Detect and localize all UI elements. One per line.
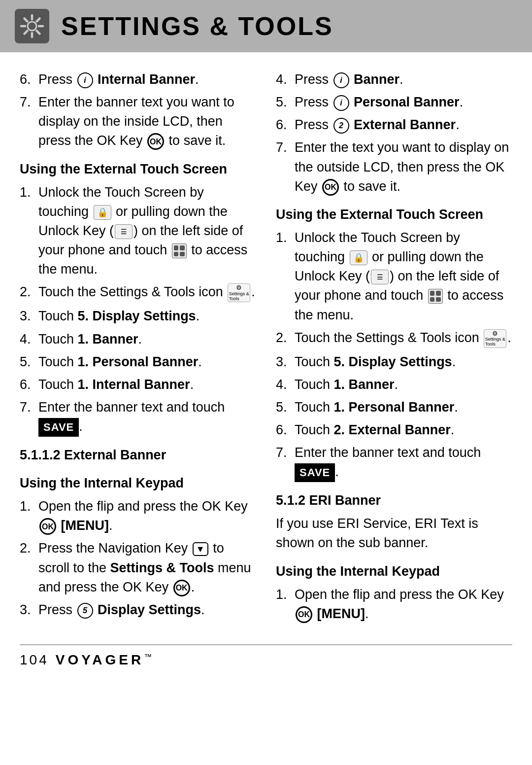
page-number: 104: [20, 652, 49, 668]
ok-key-icon: OK: [39, 518, 56, 535]
right-column: 4. Press i Banner. 5. Press i Personal B…: [276, 67, 512, 629]
save-button-label: SAVE: [38, 418, 79, 437]
list-item: 2. Touch the Settings & Tools icon ⚙Sett…: [20, 282, 256, 303]
list-item: 5. Press i Personal Banner.: [276, 93, 512, 112]
list-item: 7. Enter the banner text you want to dis…: [20, 93, 256, 150]
list-item: 6. Press i Internal Banner.: [20, 70, 256, 89]
trademark-symbol: ™: [144, 653, 155, 661]
list-item: 2. Press the Navigation Key ▼ to scroll …: [20, 539, 256, 596]
ok-key-icon-r: OK: [322, 179, 339, 196]
list-item: 3. Touch 5. Display Settings.: [20, 307, 256, 326]
using-external-heading-left: Using the External Touch Screen: [20, 160, 256, 179]
list-item: 1. Unlock the Touch Screen by touching 🔒…: [276, 228, 512, 325]
svg-line-7: [37, 19, 40, 22]
eri-banner-heading: 5.1.2 ERI Banner: [276, 491, 512, 510]
page-title: SETTINGS & TOOLS: [61, 11, 333, 41]
list-item: 6. Touch 1. Internal Banner.: [20, 375, 256, 394]
svg-point-0: [28, 22, 36, 31]
numkey-1-icon: i: [77, 72, 93, 88]
page-footer: 104 VOYAGER™: [0, 645, 532, 675]
list-item: 7. Enter the banner text and touch SAVE.: [20, 398, 256, 437]
list-item: 3. Touch 5. Display Settings.: [276, 352, 512, 372]
list-item: 5. Touch 1. Personal Banner.: [276, 398, 512, 417]
settings-tools-icon: ⚙Settings &Tools: [228, 283, 250, 302]
svg-line-8: [25, 31, 28, 34]
numkey-2-icon-r: 2: [333, 118, 349, 134]
list-item: 2. Touch the Settings & Tools icon ⚙Sett…: [276, 328, 512, 349]
intro-list: 6. Press i Internal Banner. 7. Enter the…: [20, 70, 256, 151]
list-item: 1. Open the flip and press the OK Key OK…: [20, 497, 256, 535]
right-top-list: 4. Press i Banner. 5. Press i Personal B…: [276, 70, 512, 196]
ok-key-icon-2: OK: [173, 580, 190, 596]
list-item: 1. Unlock the Touch Screen by touching 🔒…: [20, 183, 256, 279]
grid-icon: [172, 243, 187, 258]
list-item: 4. Touch 1. Banner.: [20, 330, 256, 349]
svg-line-5: [25, 19, 28, 22]
save-button-label-r: SAVE: [295, 463, 335, 482]
internal-keypad-list-left: 1. Open the flip and press the OK Key OK…: [20, 497, 256, 620]
gear-icon: [15, 9, 49, 43]
page-header: SETTINGS & TOOLS: [0, 0, 532, 52]
external-touch-list-right: 1. Unlock the Touch Screen by touching 🔒…: [276, 228, 512, 482]
list-item: 1. Open the flip and press the OK Key OK…: [276, 585, 512, 624]
lock-icon-r: 🔒: [350, 250, 367, 265]
list-item: 6. Press 2 External Banner.: [276, 115, 512, 135]
list-item: 4. Touch 1. Banner.: [276, 375, 512, 394]
list-item: 4. Press i Banner.: [276, 70, 512, 89]
list-item: 5. Touch 1. Personal Banner.: [20, 352, 256, 372]
external-touch-list-left: 1. Unlock the Touch Screen by touching 🔒…: [20, 183, 256, 437]
menu-lines-icon: ☰: [115, 224, 133, 239]
svg-line-6: [37, 31, 40, 34]
lock-icon: 🔒: [94, 205, 111, 220]
list-item: 6. Touch 2. External Banner.: [276, 420, 512, 440]
ext-banner-heading: 5.1.1.2 External Banner: [20, 446, 256, 465]
grid-icon-r: [428, 289, 443, 304]
internal-keypad-heading-left: Using the Internal Keypad: [20, 474, 256, 493]
ok-key-icon-r2: OK: [296, 606, 312, 623]
main-content: 6. Press i Internal Banner. 7. Enter the…: [0, 52, 532, 639]
numkey-1-icon-r2: i: [333, 95, 349, 111]
settings-tools-icon-r: ⚙Settings &Tools: [484, 329, 506, 348]
internal-keypad-heading-right: Using the Internal Keypad: [276, 562, 512, 581]
list-item: 7. Enter the banner text and touch SAVE.: [276, 443, 512, 482]
numkey-1-icon-r: i: [333, 72, 349, 88]
eri-text: If you use ERI Service, ERI Text is show…: [276, 514, 512, 553]
menu-lines-icon-r: ☰: [371, 270, 389, 284]
internal-keypad-list-right: 1. Open the flip and press the OK Key OK…: [276, 585, 512, 624]
nav-down-icon: ▼: [193, 542, 208, 556]
list-item: 3. Press 5 Display Settings.: [20, 600, 256, 620]
numkey-5-icon: 5: [77, 603, 93, 619]
ok-key-icon: OK: [147, 133, 164, 150]
left-column: 6. Press i Internal Banner. 7. Enter the…: [20, 67, 256, 629]
brand-name: VOYAGER™: [56, 652, 155, 668]
list-item: 7. Enter the text you want to display on…: [276, 138, 512, 196]
using-external-heading-right: Using the External Touch Screen: [276, 205, 512, 224]
